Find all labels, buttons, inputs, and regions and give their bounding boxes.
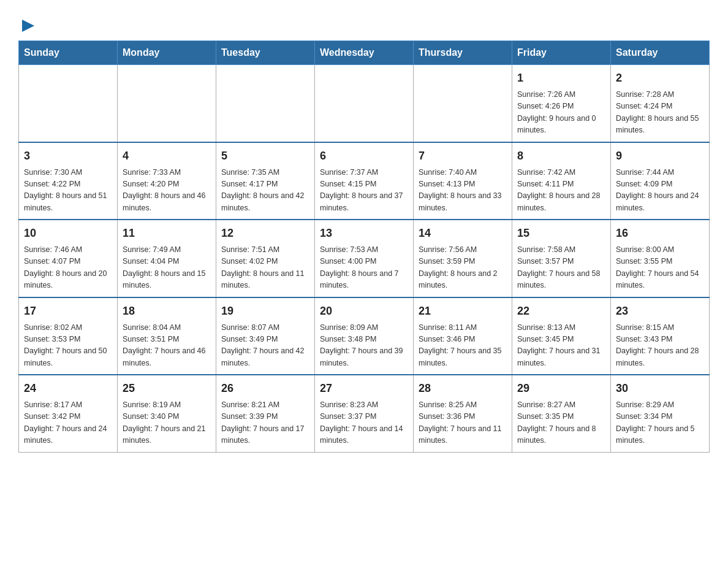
day-info: Sunrise: 7:35 AMSunset: 4:17 PMDaylight:… xyxy=(221,167,309,215)
day-info: Sunrise: 7:58 AMSunset: 3:57 PMDaylight:… xyxy=(517,244,605,292)
day-number: 1 xyxy=(517,70,605,86)
calendar-week-2: 3Sunrise: 7:30 AMSunset: 4:22 PMDaylight… xyxy=(19,142,710,220)
day-info: Sunrise: 7:53 AMSunset: 4:00 PMDaylight:… xyxy=(320,244,408,292)
day-number: 10 xyxy=(24,225,112,242)
day-number: 27 xyxy=(320,380,408,397)
day-info: Sunrise: 8:19 AMSunset: 3:40 PMDaylight:… xyxy=(123,399,211,447)
calendar-cell: 19Sunrise: 8:07 AMSunset: 3:49 PMDayligh… xyxy=(216,297,315,375)
day-info: Sunrise: 8:15 AMSunset: 3:43 PMDaylight:… xyxy=(616,322,704,370)
day-number: 23 xyxy=(616,303,704,320)
day-number: 7 xyxy=(419,148,507,164)
day-number: 19 xyxy=(221,303,309,320)
day-info: Sunrise: 7:44 AMSunset: 4:09 PMDaylight:… xyxy=(616,167,704,215)
calendar-cell: 29Sunrise: 8:27 AMSunset: 3:35 PMDayligh… xyxy=(512,375,611,452)
calendar-cell: 17Sunrise: 8:02 AMSunset: 3:53 PMDayligh… xyxy=(19,297,118,375)
calendar-cell: 2Sunrise: 7:28 AMSunset: 4:24 PMDaylight… xyxy=(611,65,710,142)
calendar-cell: 9Sunrise: 7:44 AMSunset: 4:09 PMDaylight… xyxy=(611,142,710,220)
day-info: Sunrise: 8:04 AMSunset: 3:51 PMDaylight:… xyxy=(123,322,211,370)
day-info: Sunrise: 7:26 AMSunset: 4:26 PMDaylight:… xyxy=(517,89,605,137)
day-info: Sunrise: 7:40 AMSunset: 4:13 PMDaylight:… xyxy=(419,167,507,215)
calendar-cell: 16Sunrise: 8:00 AMSunset: 3:55 PMDayligh… xyxy=(611,220,710,297)
day-number: 11 xyxy=(123,225,211,242)
calendar-header-row: SundayMondayTuesdayWednesdayThursdayFrid… xyxy=(19,41,710,65)
day-number: 15 xyxy=(517,225,605,242)
weekday-header-friday: Friday xyxy=(512,41,611,65)
day-number: 18 xyxy=(123,303,211,320)
calendar-cell: 7Sunrise: 7:40 AMSunset: 4:13 PMDaylight… xyxy=(414,142,512,220)
day-info: Sunrise: 8:29 AMSunset: 3:34 PMDaylight:… xyxy=(616,399,704,447)
calendar-week-5: 24Sunrise: 8:17 AMSunset: 3:42 PMDayligh… xyxy=(19,375,710,452)
calendar-cell: 18Sunrise: 8:04 AMSunset: 3:51 PMDayligh… xyxy=(118,297,216,375)
day-number: 13 xyxy=(320,225,408,242)
calendar-week-1: 1Sunrise: 7:26 AMSunset: 4:26 PMDaylight… xyxy=(19,65,710,142)
day-info: Sunrise: 8:25 AMSunset: 3:36 PMDaylight:… xyxy=(419,399,507,447)
day-info: Sunrise: 8:09 AMSunset: 3:48 PMDaylight:… xyxy=(320,322,408,370)
calendar-cell: 14Sunrise: 7:56 AMSunset: 3:59 PMDayligh… xyxy=(414,220,512,297)
day-info: Sunrise: 7:28 AMSunset: 4:24 PMDaylight:… xyxy=(616,89,704,137)
day-number: 22 xyxy=(517,303,605,320)
day-info: Sunrise: 8:00 AMSunset: 3:55 PMDaylight:… xyxy=(616,244,704,292)
calendar-table: SundayMondayTuesdayWednesdayThursdayFrid… xyxy=(18,40,710,453)
logo xyxy=(18,17,37,34)
day-info: Sunrise: 7:46 AMSunset: 4:07 PMDaylight:… xyxy=(24,244,112,292)
day-number: 8 xyxy=(517,148,605,164)
day-number: 16 xyxy=(616,225,704,242)
page-header xyxy=(18,12,710,34)
calendar-cell: 13Sunrise: 7:53 AMSunset: 4:00 PMDayligh… xyxy=(315,220,414,297)
day-info: Sunrise: 7:33 AMSunset: 4:20 PMDaylight:… xyxy=(123,167,211,215)
day-number: 20 xyxy=(320,303,408,320)
day-number: 4 xyxy=(123,148,211,164)
weekday-header-tuesday: Tuesday xyxy=(216,41,315,65)
calendar-cell: 24Sunrise: 8:17 AMSunset: 3:42 PMDayligh… xyxy=(19,375,118,452)
day-info: Sunrise: 7:49 AMSunset: 4:04 PMDaylight:… xyxy=(123,244,211,292)
weekday-header-thursday: Thursday xyxy=(414,41,512,65)
calendar-cell: 27Sunrise: 8:23 AMSunset: 3:37 PMDayligh… xyxy=(315,375,414,452)
calendar-cell: 20Sunrise: 8:09 AMSunset: 3:48 PMDayligh… xyxy=(315,297,414,375)
day-info: Sunrise: 8:07 AMSunset: 3:49 PMDaylight:… xyxy=(221,322,309,370)
day-info: Sunrise: 8:11 AMSunset: 3:46 PMDaylight:… xyxy=(419,322,507,370)
calendar-cell xyxy=(414,65,512,142)
day-number: 12 xyxy=(221,225,309,242)
calendar-cell: 6Sunrise: 7:37 AMSunset: 4:15 PMDaylight… xyxy=(315,142,414,220)
day-info: Sunrise: 7:30 AMSunset: 4:22 PMDaylight:… xyxy=(24,167,112,215)
day-info: Sunrise: 8:23 AMSunset: 3:37 PMDaylight:… xyxy=(320,399,408,447)
day-info: Sunrise: 7:37 AMSunset: 4:15 PMDaylight:… xyxy=(320,167,408,215)
calendar-cell: 30Sunrise: 8:29 AMSunset: 3:34 PMDayligh… xyxy=(611,375,710,452)
calendar-cell xyxy=(19,65,118,142)
calendar-cell: 8Sunrise: 7:42 AMSunset: 4:11 PMDaylight… xyxy=(512,142,611,220)
calendar-cell xyxy=(118,65,216,142)
calendar-week-4: 17Sunrise: 8:02 AMSunset: 3:53 PMDayligh… xyxy=(19,297,710,375)
weekday-header-sunday: Sunday xyxy=(19,41,118,65)
weekday-header-monday: Monday xyxy=(118,41,216,65)
day-number: 30 xyxy=(616,380,704,397)
day-number: 29 xyxy=(517,380,605,397)
day-info: Sunrise: 8:17 AMSunset: 3:42 PMDaylight:… xyxy=(24,399,112,447)
calendar-cell: 21Sunrise: 8:11 AMSunset: 3:46 PMDayligh… xyxy=(414,297,512,375)
day-info: Sunrise: 8:21 AMSunset: 3:39 PMDaylight:… xyxy=(221,399,309,447)
day-info: Sunrise: 8:27 AMSunset: 3:35 PMDaylight:… xyxy=(517,399,605,447)
day-number: 24 xyxy=(24,380,112,397)
day-info: Sunrise: 7:56 AMSunset: 3:59 PMDaylight:… xyxy=(419,244,507,292)
calendar-cell xyxy=(216,65,315,142)
weekday-header-saturday: Saturday xyxy=(611,41,710,65)
day-info: Sunrise: 8:02 AMSunset: 3:53 PMDaylight:… xyxy=(24,322,112,370)
day-number: 25 xyxy=(123,380,211,397)
calendar-cell: 28Sunrise: 8:25 AMSunset: 3:36 PMDayligh… xyxy=(414,375,512,452)
day-number: 14 xyxy=(419,225,507,242)
calendar-cell: 25Sunrise: 8:19 AMSunset: 3:40 PMDayligh… xyxy=(118,375,216,452)
calendar-cell: 15Sunrise: 7:58 AMSunset: 3:57 PMDayligh… xyxy=(512,220,611,297)
calendar-cell: 22Sunrise: 8:13 AMSunset: 3:45 PMDayligh… xyxy=(512,297,611,375)
calendar-cell: 23Sunrise: 8:15 AMSunset: 3:43 PMDayligh… xyxy=(611,297,710,375)
calendar-cell: 5Sunrise: 7:35 AMSunset: 4:17 PMDaylight… xyxy=(216,142,315,220)
calendar-week-3: 10Sunrise: 7:46 AMSunset: 4:07 PMDayligh… xyxy=(19,220,710,297)
day-number: 26 xyxy=(221,380,309,397)
day-number: 3 xyxy=(24,148,112,164)
weekday-header-wednesday: Wednesday xyxy=(315,41,414,65)
day-number: 21 xyxy=(419,303,507,320)
day-info: Sunrise: 7:51 AMSunset: 4:02 PMDaylight:… xyxy=(221,244,309,292)
day-number: 2 xyxy=(616,70,704,86)
day-info: Sunrise: 7:42 AMSunset: 4:11 PMDaylight:… xyxy=(517,167,605,215)
calendar-cell: 3Sunrise: 7:30 AMSunset: 4:22 PMDaylight… xyxy=(19,142,118,220)
calendar-cell: 12Sunrise: 7:51 AMSunset: 4:02 PMDayligh… xyxy=(216,220,315,297)
day-number: 9 xyxy=(616,148,704,164)
